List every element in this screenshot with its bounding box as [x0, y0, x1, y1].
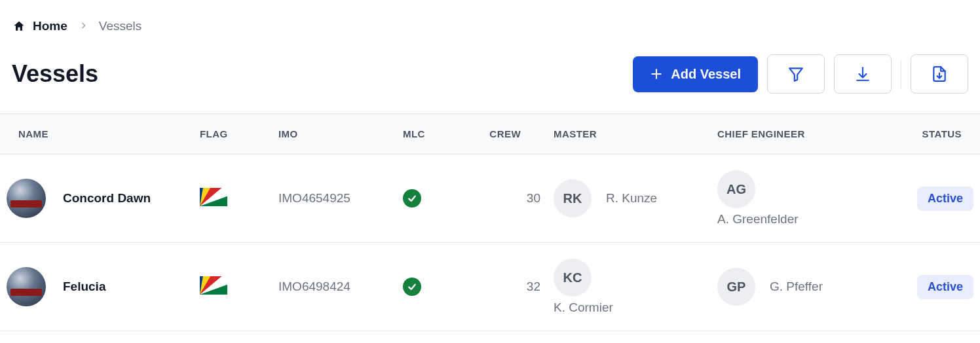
add-vessel-button[interactable]: Add Vessel [633, 56, 758, 92]
filter-button[interactable] [767, 54, 825, 94]
page-title: Vessels [12, 60, 98, 88]
master-name: R. Kunze [606, 191, 657, 206]
master-person[interactable]: RK R. Kunze [554, 179, 704, 217]
table-header-row: NAME FLAG IMO MLC CREW MASTER CHIEF ENGI… [0, 114, 980, 154]
vessel-name: Concord Dawn [63, 191, 151, 206]
status-badge: Active [917, 187, 973, 211]
avatar-initials: AG [717, 170, 755, 208]
mlc-check-icon [403, 189, 421, 208]
page-header: Vessels Add Vessel [0, 33, 980, 113]
chief-engineer-person[interactable]: AG A. Greenfelder [717, 170, 881, 226]
chevron-right-icon [79, 18, 87, 33]
svg-marker-2 [789, 68, 802, 81]
col-mlc[interactable]: MLC [396, 114, 462, 154]
vessel-name: Felucia [63, 280, 105, 294]
file-download-icon [931, 65, 948, 82]
status-badge: Active [917, 275, 973, 299]
master-name: K. Cormier [554, 300, 613, 315]
vessels-table: NAME FLAG IMO MLC CREW MASTER CHIEF ENGI… [0, 113, 980, 331]
breadcrumb-home-label: Home [33, 19, 67, 33]
avatar-initials: KC [554, 259, 592, 297]
master-person[interactable]: KC K. Cormier [554, 259, 704, 315]
plus-icon [650, 67, 663, 81]
chief-engineer-name: G. Pfeffer [770, 280, 823, 294]
breadcrumb-home[interactable]: Home [12, 19, 67, 33]
export-file-button[interactable] [911, 54, 968, 94]
home-icon [12, 20, 26, 33]
col-chief-engineer[interactable]: CHIEF ENGINEER [711, 114, 888, 154]
add-vessel-label: Add Vessel [671, 67, 741, 82]
col-imo[interactable]: IMO [272, 114, 396, 154]
flag-icon [200, 276, 227, 295]
chief-engineer-person[interactable]: GP G. Pfeffer [717, 268, 881, 306]
col-master[interactable]: MASTER [547, 114, 711, 154]
breadcrumb: Home Vessels [0, 0, 980, 33]
col-status[interactable]: STATUS [888, 114, 980, 154]
download-button[interactable] [834, 54, 892, 94]
breadcrumb-current: Vessels [99, 19, 141, 33]
table-row[interactable]: Felucia IMO6498424 32 KC K. Cormier [0, 243, 980, 331]
avatar-initials: RK [554, 179, 592, 217]
download-icon [854, 65, 871, 82]
avatar-initials: GP [717, 268, 755, 306]
vessel-avatar[interactable] [7, 267, 46, 306]
table-row[interactable]: Concord Dawn IMO4654925 30 RK R. Kunze [0, 154, 980, 243]
crew-count: 30 [527, 191, 540, 205]
imo-value: IMO4654925 [278, 191, 350, 205]
filter-icon [787, 65, 804, 82]
col-flag[interactable]: FLAG [193, 114, 272, 154]
action-divider [901, 60, 901, 88]
imo-value: IMO6498424 [278, 280, 350, 293]
chief-engineer-name: A. Greenfelder [717, 212, 799, 226]
col-name[interactable]: NAME [0, 114, 193, 154]
vessel-avatar[interactable] [7, 179, 46, 218]
header-actions: Add Vessel [633, 54, 968, 94]
col-crew[interactable]: CREW [462, 114, 547, 154]
crew-count: 32 [527, 280, 540, 293]
mlc-check-icon [403, 278, 421, 296]
flag-icon [200, 188, 227, 206]
